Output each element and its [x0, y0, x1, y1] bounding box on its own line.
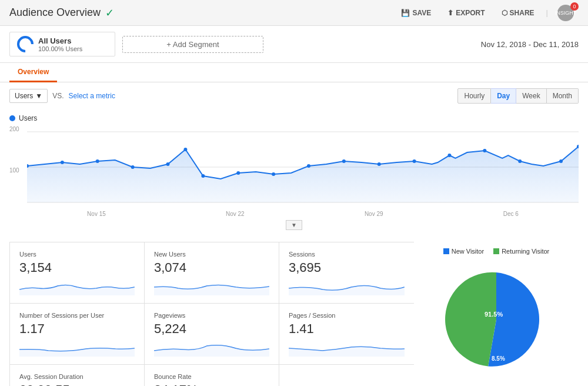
svg-point-9	[201, 174, 205, 178]
day-button[interactable]: Day	[491, 88, 516, 104]
sparkline-users	[19, 279, 135, 295]
svg-point-19	[559, 159, 563, 163]
controls-row: Users ▼ VS. Select a metric Hourly Day W…	[0, 82, 588, 109]
month-button[interactable]: Month	[547, 88, 579, 104]
metric-users-value: 3,154	[19, 260, 135, 275]
returning-visitor-label: Returning Visitor	[502, 248, 549, 255]
new-visitor-pct-label: 91.5%	[485, 311, 503, 318]
insight-badge: 0	[570, 2, 579, 11]
export-button[interactable]: ⬆ EXPORT	[440, 5, 492, 21]
svg-point-17	[483, 149, 486, 152]
header-actions: 💾 SAVE ⬆ EXPORT ⬡ SHARE | INSIGHT 0	[394, 2, 579, 24]
export-icon: ⬆	[447, 9, 453, 17]
chart-container: 200 100	[9, 126, 579, 220]
week-button[interactable]: Week	[516, 88, 546, 104]
new-visitor-legend: New Visitor	[443, 248, 484, 255]
metric-pages-per-session-title: Pages / Session	[289, 312, 405, 319]
tab-overview[interactable]: Overview	[9, 63, 57, 82]
metric-pageviews: Pageviews 5,224	[145, 304, 279, 365]
add-segment-label: + Add Segment	[166, 40, 219, 49]
verified-icon: ✓	[105, 6, 114, 19]
metric-avg-session-duration: Avg. Session Duration 00:00:55	[10, 365, 145, 386]
returning-visitor-pct-label: 8.5%	[492, 355, 505, 362]
scroll-down-button[interactable]: ▼	[286, 220, 302, 230]
divider: |	[546, 8, 548, 17]
tabs-bar: Overview	[0, 63, 588, 82]
save-button[interactable]: 💾 SAVE	[394, 5, 438, 21]
all-users-segment[interactable]: All Users 100.00% Users	[9, 32, 115, 56]
segment-info: All Users 100.00% Users	[38, 36, 82, 52]
svg-point-11	[272, 172, 275, 176]
metric-avg-session-duration-title: Avg. Session Duration	[19, 373, 135, 380]
metric-selector[interactable]: Users ▼	[9, 89, 48, 103]
pie-chart-svg: 91.5% 8.5%	[437, 261, 555, 378]
metric-sessions-value: 3,695	[289, 260, 405, 275]
hourly-button[interactable]: Hourly	[457, 88, 491, 104]
pie-section: New Visitor Returning Visitor 91.5% 8.5%	[414, 242, 579, 386]
sparkline-pageviews	[154, 340, 269, 357]
new-visitor-label: New Visitor	[452, 248, 484, 255]
metric-users: Users 3,154	[10, 242, 145, 304]
metric-sessions-per-user-title: Number of Sessions per User	[19, 312, 135, 319]
x-label-nov15: Nov 15	[87, 211, 106, 217]
x-labels: Nov 15 Nov 22 Nov 29 Dec 6	[27, 208, 579, 217]
pie-legend: New Visitor Returning Visitor	[443, 248, 550, 255]
chart-area: Users 200 100	[0, 109, 588, 220]
svg-point-6	[131, 165, 135, 169]
svg-point-15	[413, 159, 416, 163]
svg-point-12	[307, 164, 310, 168]
header: Audience Overview ✓ 💾 SAVE ⬆ EXPORT ⬡ SH…	[0, 0, 588, 26]
svg-point-10	[236, 171, 240, 175]
chart-legend: Users	[9, 114, 579, 122]
new-visitor-dot	[443, 248, 449, 254]
svg-point-4	[61, 161, 64, 164]
bottom-section: Users 3,154 New Users 3,074 Sessions 3,6…	[0, 232, 588, 386]
metric-pageviews-value: 5,224	[154, 321, 269, 337]
metric-sessions-per-user: Number of Sessions per User 1.17	[10, 304, 145, 365]
x-label-nov22: Nov 22	[226, 211, 245, 217]
svg-point-14	[377, 162, 381, 166]
page-title-area: Audience Overview ✓	[9, 6, 114, 19]
sparkline-sessions-per-user	[19, 340, 135, 357]
svg-point-16	[447, 154, 451, 157]
metrics-grid: Users 3,154 New Users 3,074 Sessions 3,6…	[9, 242, 414, 386]
insight-button[interactable]: INSIGHT 0	[553, 2, 579, 24]
dropdown-icon: ▼	[35, 92, 42, 100]
vs-label: VS.	[52, 92, 64, 100]
svg-point-5	[96, 159, 99, 163]
chart-svg	[27, 126, 579, 208]
metric-sessions-title: Sessions	[289, 251, 405, 258]
scroll-indicator: ▼	[9, 220, 579, 230]
controls-left: Users ▼ VS. Select a metric	[9, 89, 115, 103]
y-label-low: 100	[9, 167, 19, 174]
page-title: Audience Overview	[9, 6, 101, 19]
metric-bounce-rate-value: 84.17%	[154, 382, 269, 386]
x-label-nov29: Nov 29	[365, 211, 383, 217]
metric-empty	[279, 365, 414, 386]
metric-pageviews-title: Pageviews	[154, 312, 269, 319]
metric-users-title: Users	[19, 251, 135, 258]
segments-left: All Users 100.00% Users + Add Segment	[9, 32, 263, 56]
metric-bounce-rate-title: Bounce Rate	[154, 373, 269, 380]
x-label-dec6: Dec 6	[503, 211, 519, 217]
share-button[interactable]: ⬡ SHARE	[495, 5, 542, 21]
select-metric-link[interactable]: Select a metric	[69, 92, 115, 100]
metric-sessions-per-user-value: 1.17	[19, 321, 135, 337]
period-buttons: Hourly Day Week Month	[457, 88, 579, 104]
share-icon: ⬡	[502, 9, 507, 17]
metric-new-users-value: 3,074	[154, 260, 269, 275]
svg-point-8	[183, 148, 187, 151]
sparkline-new-users	[154, 279, 269, 295]
svg-point-13	[342, 159, 346, 163]
sparkline-sessions	[289, 279, 405, 295]
segment-name: All Users	[38, 36, 82, 45]
chart-legend-label: Users	[19, 114, 37, 122]
add-segment-button[interactable]: + Add Segment	[122, 36, 263, 53]
returning-visitor-dot	[493, 248, 499, 254]
metric-pages-per-session: Pages / Session 1.41	[279, 304, 414, 365]
legend-dot	[9, 115, 15, 121]
returning-visitor-legend: Returning Visitor	[493, 248, 549, 255]
metric-new-users: New Users 3,074	[145, 242, 279, 304]
segment-pct: 100.00% Users	[38, 45, 82, 52]
metric-label: Users	[15, 92, 33, 100]
